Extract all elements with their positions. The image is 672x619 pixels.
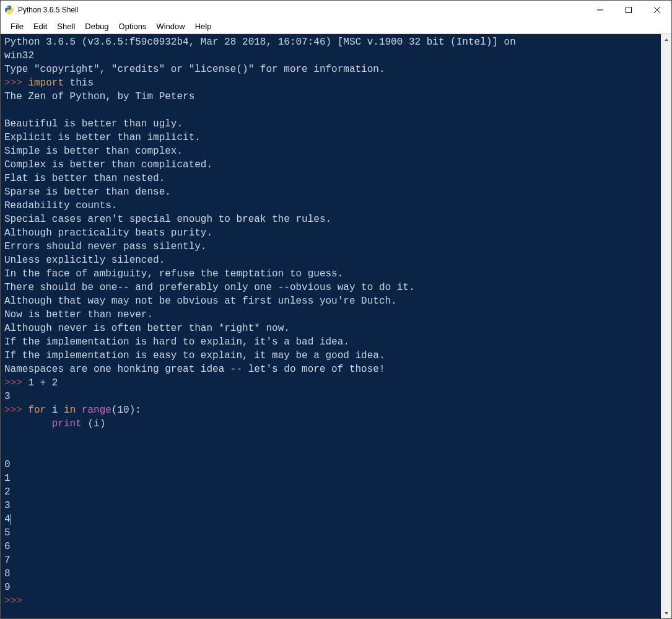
terminal-line: Type "copyright", "credits" or "license(… [4,63,660,76]
terminal-line: >>> [4,594,660,608]
terminal-line: Special cases aren't special enough to b… [4,213,660,226]
terminal-container: Python 3.6.5 (v3.6.5:f59c0932b4, Mar 28 … [1,34,671,618]
terminal-line: Complex is better than complicated. [4,158,660,172]
terminal-line: Although that way may not be obvious at … [4,294,660,308]
titlebar[interactable]: Python 3.6.5 Shell [1,1,671,19]
terminal-line: Flat is better than nested. [4,172,660,185]
app-window: Python 3.6.5 Shell File Edit Shell Debug… [0,0,672,619]
terminal-line: If the implementation is easy to explain… [4,349,660,362]
terminal-line: 9 [4,581,660,594]
terminal-line: Python 3.6.5 (v3.6.5:f59c0932b4, Mar 28 … [4,35,660,49]
scroll-down-arrow-icon[interactable] [661,608,671,618]
shell-prompt: >>> [4,77,28,89]
menu-shell[interactable]: Shell [52,20,80,32]
window-controls [586,1,671,19]
terminal-line: Errors should never pass silently. [4,240,660,253]
terminal-line: 3 [4,499,660,512]
vertical-scrollbar[interactable] [661,34,671,618]
terminal-line: Explicit is better than implicit. [4,131,660,144]
menu-window[interactable]: Window [151,20,190,32]
terminal-line: There should be one-- and preferably onl… [4,281,660,294]
svg-rect-0 [626,7,632,13]
terminal-line: 2 [4,485,660,499]
terminal-line: Namespaces are one honking great idea --… [4,362,660,376]
terminal-line: Beautiful is better than ugly. [4,117,660,131]
terminal-line: If the implementation is hard to explain… [4,335,660,349]
terminal-line: Sparse is better than dense. [4,185,660,199]
menu-file[interactable]: File [6,20,28,32]
terminal-line: >>> for i in range(10): [4,403,660,417]
terminal-line: win32 [4,49,660,63]
menubar: File Edit Shell Debug Options Window Hel… [1,19,671,34]
window-title: Python 3.6.5 Shell [18,6,586,14]
terminal-line: 7 [4,553,660,567]
terminal-line: Although never is often better than *rig… [4,322,660,335]
menu-debug[interactable]: Debug [80,20,113,32]
terminal-line: >>> import this [4,76,660,90]
menu-help[interactable]: Help [190,20,217,32]
python-icon [4,5,14,15]
shell-prompt: >>> [4,595,28,607]
menu-edit[interactable]: Edit [28,20,52,32]
terminal-line: 6 [4,540,660,553]
terminal-line: print (i) [4,417,660,431]
terminal-line: Now is better than never. [4,308,660,322]
terminal-line: In the face of ambiguity, refuse the tem… [4,267,660,281]
terminal-line: The Zen of Python, by Tim Peters [4,90,660,103]
shell-prompt: >>> [4,377,28,389]
terminal-line: 5 [4,526,660,540]
terminal-line: 0 [4,458,660,472]
terminal-line: Although practicality beats purity. [4,226,660,240]
shell-prompt: >>> [4,405,28,416]
terminal-line [4,431,660,444]
text-cursor [11,514,11,525]
terminal-line: 8 [4,567,660,581]
scroll-up-arrow-icon[interactable] [661,34,671,45]
terminal-line: 1 [4,472,660,485]
terminal-line: Unless explicitly silenced. [4,253,660,267]
terminal-line [4,103,660,117]
terminal-output[interactable]: Python 3.6.5 (v3.6.5:f59c0932b4, Mar 28 … [1,34,661,618]
terminal-line [4,444,660,458]
close-button[interactable] [643,1,671,19]
menu-options[interactable]: Options [114,20,152,32]
terminal-line: 4 [4,512,660,526]
terminal-line: 3 [4,390,660,403]
terminal-line: Simple is better than complex. [4,144,660,158]
minimize-button[interactable] [586,1,614,19]
terminal-line: >>> 1 + 2 [4,376,660,390]
maximize-button[interactable] [614,1,643,19]
terminal-line: Readability counts. [4,199,660,213]
